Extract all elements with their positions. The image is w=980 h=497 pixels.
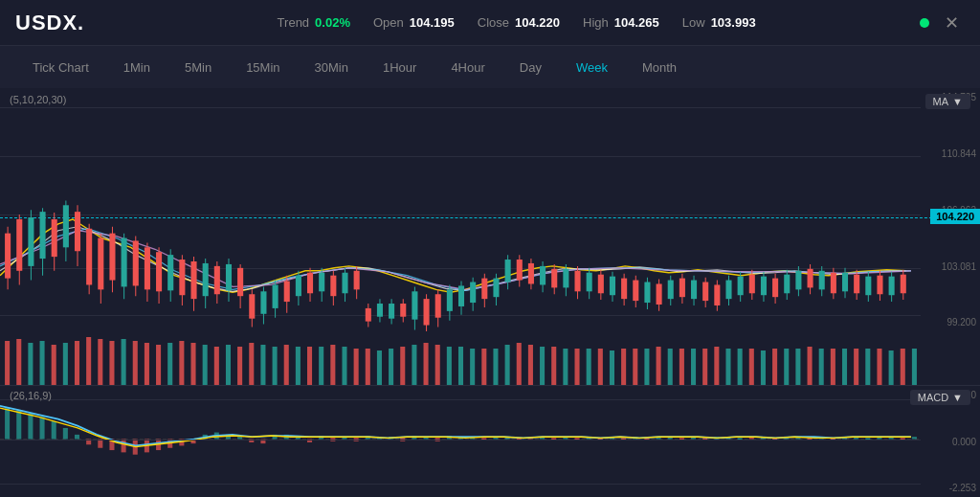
tf-day[interactable]: Day bbox=[502, 53, 559, 82]
svg-rect-121 bbox=[702, 282, 708, 302]
svg-rect-231 bbox=[877, 349, 881, 385]
low-value: 103.993 bbox=[711, 15, 756, 30]
volume-area bbox=[0, 331, 980, 385]
svg-rect-7 bbox=[40, 212, 46, 259]
svg-rect-73 bbox=[424, 299, 430, 325]
svg-rect-174 bbox=[214, 347, 219, 385]
svg-rect-19 bbox=[109, 234, 115, 281]
svg-rect-43 bbox=[249, 294, 255, 318]
svg-rect-166 bbox=[122, 339, 126, 385]
svg-rect-241 bbox=[63, 428, 68, 440]
svg-rect-224 bbox=[795, 349, 800, 385]
tf-tick[interactable]: Tick Chart bbox=[15, 53, 106, 82]
svg-rect-3 bbox=[16, 219, 22, 271]
svg-rect-149 bbox=[865, 277, 871, 296]
svg-rect-115 bbox=[668, 281, 674, 300]
svg-rect-170 bbox=[167, 343, 172, 385]
macd-dropdown[interactable]: MACD ▼ bbox=[910, 390, 970, 405]
svg-rect-173 bbox=[203, 345, 208, 385]
close-button[interactable]: ✕ bbox=[939, 11, 965, 35]
svg-rect-67 bbox=[389, 304, 394, 319]
svg-rect-188 bbox=[377, 350, 382, 385]
tf-1hour[interactable]: 1Hour bbox=[366, 53, 434, 82]
open-label: Open bbox=[373, 15, 404, 30]
svg-rect-147 bbox=[854, 275, 859, 294]
svg-rect-39 bbox=[226, 264, 232, 290]
svg-rect-131 bbox=[761, 277, 767, 296]
svg-rect-172 bbox=[190, 343, 195, 385]
header-right: ✕ bbox=[920, 11, 965, 35]
svg-rect-229 bbox=[854, 349, 858, 385]
svg-rect-15 bbox=[86, 229, 92, 285]
main-chart-svg bbox=[0, 88, 921, 331]
volume-svg bbox=[0, 331, 921, 385]
svg-rect-179 bbox=[273, 347, 278, 385]
svg-rect-162 bbox=[75, 341, 79, 385]
svg-rect-83 bbox=[481, 279, 487, 300]
connection-dot bbox=[920, 18, 929, 28]
svg-rect-57 bbox=[330, 276, 336, 297]
svg-rect-167 bbox=[133, 341, 138, 385]
svg-rect-165 bbox=[109, 341, 114, 385]
svg-rect-63 bbox=[366, 308, 371, 322]
svg-rect-55 bbox=[319, 273, 324, 292]
current-price-label: 104.220 bbox=[930, 209, 980, 224]
svg-rect-210 bbox=[633, 349, 637, 385]
svg-rect-45 bbox=[260, 291, 266, 313]
svg-rect-69 bbox=[400, 304, 406, 317]
svg-rect-175 bbox=[226, 345, 231, 385]
svg-rect-234 bbox=[912, 349, 917, 385]
trend-stat: Trend 0.02% bbox=[278, 15, 350, 30]
svg-rect-185 bbox=[342, 347, 346, 385]
svg-rect-208 bbox=[610, 350, 614, 385]
tf-month[interactable]: Month bbox=[625, 53, 694, 82]
svg-rect-13 bbox=[75, 212, 80, 251]
svg-rect-9 bbox=[52, 219, 57, 257]
svg-rect-214 bbox=[679, 349, 684, 385]
svg-rect-207 bbox=[598, 349, 603, 385]
svg-rect-187 bbox=[366, 349, 370, 385]
svg-rect-91 bbox=[528, 263, 534, 284]
svg-rect-216 bbox=[702, 349, 707, 385]
svg-rect-31 bbox=[179, 260, 185, 295]
svg-rect-107 bbox=[621, 279, 627, 300]
svg-rect-37 bbox=[214, 266, 220, 294]
tf-1min[interactable]: 1Min bbox=[106, 53, 167, 82]
svg-rect-171 bbox=[179, 341, 184, 385]
svg-rect-157 bbox=[16, 339, 21, 385]
timeframe-nav: Tick Chart 1Min 5Min 15Min 30Min 1Hour 4… bbox=[0, 46, 980, 88]
tf-week[interactable]: Week bbox=[559, 53, 625, 82]
tf-4hour[interactable]: 4Hour bbox=[434, 53, 501, 82]
svg-rect-163 bbox=[86, 337, 91, 385]
svg-rect-156 bbox=[5, 341, 10, 385]
svg-rect-139 bbox=[808, 269, 813, 288]
ma-dropdown[interactable]: MA ▼ bbox=[925, 94, 970, 109]
svg-rect-87 bbox=[505, 260, 511, 282]
svg-rect-236 bbox=[5, 409, 10, 440]
tf-15min[interactable]: 15Min bbox=[229, 53, 297, 82]
tf-30min[interactable]: 30Min bbox=[298, 53, 366, 82]
macd-level-2: 0.000 bbox=[926, 437, 976, 447]
tf-5min[interactable]: 5Min bbox=[167, 53, 229, 82]
svg-rect-225 bbox=[808, 347, 813, 385]
svg-rect-189 bbox=[389, 349, 393, 385]
svg-rect-109 bbox=[633, 281, 638, 302]
svg-rect-202 bbox=[540, 347, 545, 385]
high-stat: High 104.265 bbox=[583, 15, 659, 30]
svg-rect-133 bbox=[772, 279, 778, 298]
svg-rect-151 bbox=[877, 276, 882, 295]
svg-rect-35 bbox=[203, 263, 209, 296]
svg-rect-192 bbox=[424, 343, 429, 385]
svg-rect-168 bbox=[145, 343, 149, 385]
low-stat: Low 103.993 bbox=[682, 15, 756, 30]
svg-rect-178 bbox=[260, 345, 265, 385]
svg-rect-221 bbox=[761, 350, 766, 385]
svg-rect-223 bbox=[784, 349, 789, 385]
close-label: Close bbox=[478, 15, 509, 30]
svg-rect-53 bbox=[307, 273, 313, 294]
svg-rect-213 bbox=[668, 349, 673, 385]
macd-level-3: -2.253 bbox=[926, 483, 976, 493]
svg-rect-158 bbox=[28, 343, 33, 385]
svg-rect-209 bbox=[621, 349, 626, 385]
open-stat: Open 104.195 bbox=[373, 15, 455, 30]
